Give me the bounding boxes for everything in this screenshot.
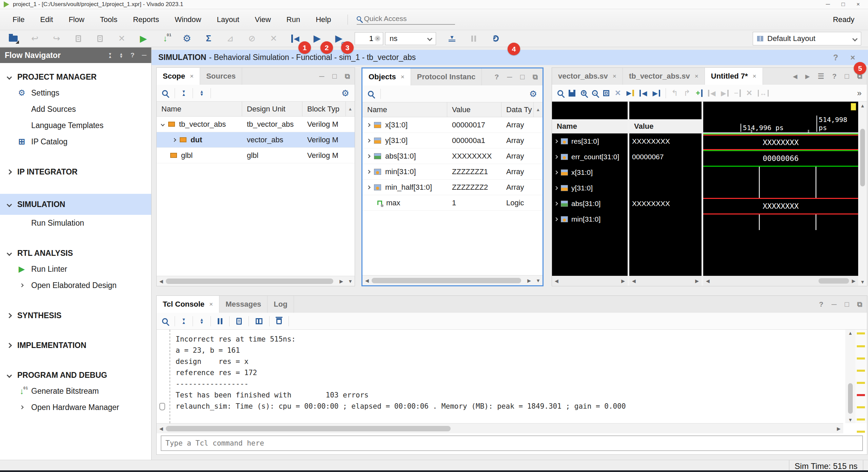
tab-untitled-7[interactable]: Untitled 7* ×	[705, 68, 763, 85]
maximize-panel-icon[interactable]: □	[845, 300, 849, 308]
section-project-manager[interactable]: PROJECT MANAGER	[0, 69, 151, 85]
console-vscrollbar[interactable]: ▲ ▼	[845, 330, 855, 423]
item-run-linter[interactable]: ▶ Run Linter	[0, 261, 151, 277]
close-tab-icon[interactable]: ×	[209, 301, 213, 308]
run-all-button[interactable]: ▶	[311, 33, 323, 45]
scroll-left-icon[interactable]: ◀	[362, 278, 372, 283]
wave-canvas[interactable]: 514,996 ps 514,998 ps XXXXXXXX 00000066 …	[703, 102, 858, 286]
pause-output-icon[interactable]	[218, 318, 222, 324]
tab-protocol-instances[interactable]: Protocol Instanc	[411, 68, 482, 85]
close-tab-icon[interactable]: ×	[695, 73, 698, 80]
delete-icon[interactable]: ✕	[746, 89, 752, 97]
menu-flow[interactable]: Flow	[61, 15, 92, 24]
delete-button[interactable]: ✕	[116, 33, 127, 45]
scroll-right-icon[interactable]: ▶	[834, 426, 843, 431]
table-row[interactable]: abs[31:0] XXXXXXXX Array	[362, 148, 542, 164]
search-icon[interactable]	[368, 91, 374, 97]
float-panel-icon[interactable]: ⧉	[345, 72, 350, 80]
table-row[interactable]: tb_vector_abs tb_vector_abs Verilog M	[157, 117, 355, 132]
scroll-down-icon[interactable]: ▼	[848, 417, 853, 423]
menu-layout[interactable]: Layout	[209, 15, 247, 24]
scroll-up-icon[interactable]: ▲	[346, 106, 355, 111]
warning-mark[interactable]	[857, 332, 865, 334]
warning-mark[interactable]	[857, 370, 865, 372]
zoom-fit-icon[interactable]	[603, 90, 609, 96]
column-name[interactable]: Name	[362, 102, 447, 117]
overflow-icon[interactable]: »	[857, 89, 862, 97]
copy-button[interactable]	[73, 33, 84, 45]
chevron-down-icon[interactable]	[161, 122, 164, 126]
help-icon[interactable]: ?	[819, 300, 824, 308]
menu-reports[interactable]: Reports	[125, 15, 167, 24]
scroll-right-icon[interactable]: ▶	[525, 278, 534, 283]
tab-scroll-left-icon[interactable]: ◀	[793, 73, 797, 80]
collapse-all-icon[interactable]: ▼▲	[108, 53, 112, 58]
previous-marker-icon[interactable]: ◀	[708, 90, 715, 97]
redo-button[interactable]: ↪	[51, 33, 62, 45]
wave-vscrollbar[interactable]: ▲ ▼	[858, 102, 867, 286]
clear-console-icon[interactable]	[276, 318, 282, 324]
scroll-down-icon[interactable]: ▼	[534, 278, 542, 283]
wave-signal-row[interactable]: y[31:0]	[552, 180, 628, 196]
close-tab-icon[interactable]: ×	[753, 73, 756, 80]
save-icon[interactable]	[569, 90, 575, 97]
tab-log[interactable]: Log	[268, 296, 294, 313]
scroll-left-icon[interactable]: ◀	[629, 278, 638, 284]
item-settings[interactable]: ⚙ Settings	[0, 85, 151, 101]
tab-tcl-console[interactable]: Tcl Console ×	[157, 296, 219, 313]
remove-marker-icon[interactable]: −	[734, 89, 741, 97]
gear-icon[interactable]: ⚙	[341, 89, 349, 98]
tcl-command-input[interactable]	[165, 439, 858, 447]
table-row-selected[interactable]: dut vector_abs Verilog M	[157, 132, 355, 148]
menu-tools[interactable]: Tools	[92, 15, 125, 24]
restart-sim-button[interactable]: ◀	[290, 33, 301, 45]
section-program-and-debug[interactable]: PROGRAM AND DEBUG	[0, 367, 151, 383]
clear-icon[interactable]: ✕	[375, 36, 380, 41]
scroll-left-icon[interactable]: ◀	[157, 279, 166, 284]
scrollbar-thumb[interactable]	[166, 426, 451, 431]
report-sigma-button[interactable]: Σ	[203, 33, 214, 45]
open-project-button[interactable]	[7, 33, 19, 45]
menu-view[interactable]: View	[247, 15, 279, 24]
chevron-right-icon[interactable]	[554, 170, 558, 174]
chevron-right-icon[interactable]	[367, 154, 370, 158]
wave-signal-row[interactable]: res[31:0]	[552, 134, 628, 149]
chevron-right-icon[interactable]	[367, 185, 370, 189]
next-marker-icon[interactable]: ▶	[721, 90, 728, 97]
tab-scroll-right-icon[interactable]: ▶	[805, 73, 809, 80]
item-ip-catalog[interactable]: ⊞ IP Catalog	[0, 134, 151, 150]
scroll-up-icon[interactable]: ▲	[860, 103, 865, 108]
previous-transition-icon[interactable]: ◀	[639, 90, 647, 97]
warning-mark[interactable]	[857, 357, 865, 360]
chevron-right-icon[interactable]	[367, 123, 370, 127]
scroll-up-icon[interactable]: ▲	[534, 107, 542, 112]
minimize-window-icon[interactable]: ─	[826, 1, 830, 8]
paste-button[interactable]	[94, 33, 106, 45]
scroll-down-icon[interactable]: ▼	[346, 279, 355, 284]
link-button[interactable]: ⊘	[246, 33, 258, 45]
tab-sources[interactable]: Sources	[200, 68, 242, 85]
warning-mark[interactable]	[857, 345, 865, 347]
step-button[interactable]: ▼	[446, 33, 458, 45]
menu-window[interactable]: Window	[167, 15, 209, 24]
section-implementation[interactable]: IMPLEMENTATION	[0, 337, 151, 353]
tab-objects[interactable]: Objects ×	[362, 68, 411, 85]
search-icon[interactable]	[162, 90, 168, 96]
chevron-right-icon[interactable]	[554, 139, 558, 143]
close-tab-icon[interactable]: ×	[190, 73, 194, 80]
wave-canvas-hscrollbar[interactable]: ◀ ▶	[703, 276, 858, 286]
tab-messages[interactable]: Messages	[219, 296, 268, 313]
table-row[interactable]: x[31:0] 00000017 Array	[362, 117, 542, 133]
close-tab-icon[interactable]: ×	[401, 73, 405, 81]
cursor-flag-icon[interactable]	[851, 103, 856, 110]
maximize-panel-icon[interactable]: □	[845, 72, 849, 80]
collapse-all-icon[interactable]: ▼▲	[182, 90, 186, 96]
item-add-sources[interactable]: Add Sources	[0, 101, 151, 117]
time-unit-select[interactable]: ns	[385, 32, 436, 45]
wave-signal-row[interactable]: abs[31:0]	[552, 196, 628, 211]
tab-vector-abs-sv[interactable]: vector_abs.sv ×	[552, 68, 623, 85]
quick-access-search[interactable]	[357, 15, 455, 25]
scroll-left-icon[interactable]: ◀	[157, 426, 166, 431]
maximize-window-icon[interactable]: □	[842, 1, 845, 8]
maximize-panel-icon[interactable]: □	[332, 72, 337, 80]
